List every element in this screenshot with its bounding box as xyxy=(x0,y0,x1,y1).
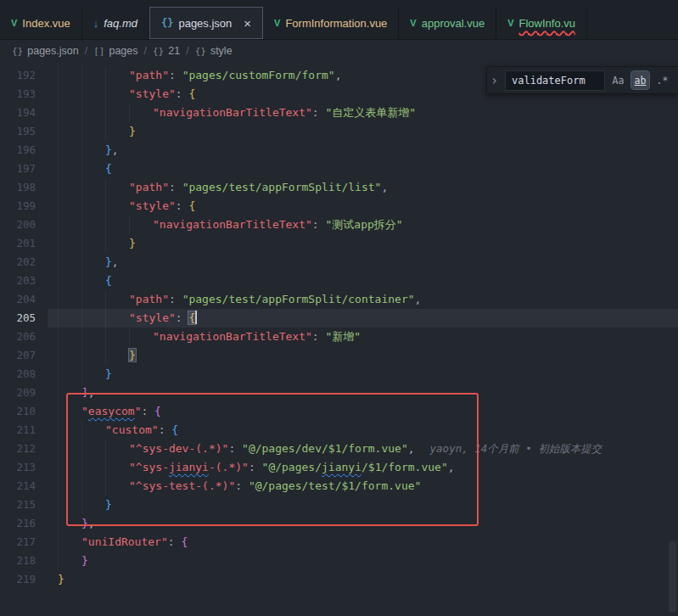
code-line-195[interactable]: 195} xyxy=(0,122,678,141)
indent-guide xyxy=(58,272,81,290)
line-number[interactable]: 197 xyxy=(0,160,36,178)
line-number[interactable]: 196 xyxy=(0,141,36,160)
indent-guide xyxy=(58,85,81,104)
code-line-196[interactable]: 196}, xyxy=(0,141,678,160)
line-number[interactable]: 205 xyxy=(0,309,36,328)
line-number[interactable]: 216 xyxy=(0,514,36,533)
code-line-207[interactable]: 207} xyxy=(0,346,678,365)
code-content: "style": { xyxy=(58,85,195,104)
line-number[interactable]: 195 xyxy=(0,122,36,141)
line-number[interactable]: 201 xyxy=(0,234,36,253)
tab-index-vue[interactable]: VIndex.vue xyxy=(0,7,82,39)
line-number[interactable]: 215 xyxy=(0,496,36,514)
regex-button[interactable]: .* xyxy=(653,71,671,89)
code-line-214[interactable]: 214"^sys-test-(.*)": "@/pages/test/$1/fo… xyxy=(0,477,678,496)
code-content: "path": "pages/customForm/form", xyxy=(58,66,341,85)
line-number[interactable]: 198 xyxy=(0,178,36,197)
tab-forminformation-vue[interactable]: VFormInformation.vue xyxy=(263,7,399,39)
match-case-button[interactable]: Aa xyxy=(609,71,627,89)
line-number[interactable]: 192 xyxy=(0,66,36,85)
code-line-205[interactable]: 205"style": { xyxy=(0,309,678,328)
code-line-200[interactable]: 200"navigationBarTitleText": "测试app拆分" xyxy=(0,216,678,234)
line-number[interactable]: 209 xyxy=(0,384,36,402)
line-number[interactable]: 208 xyxy=(0,365,36,384)
scrollbar-thumb[interactable] xyxy=(669,541,676,613)
find-input[interactable]: validateForm xyxy=(505,70,605,91)
vue-icon: V xyxy=(410,19,416,28)
indent-guide xyxy=(81,216,105,234)
code-line-202[interactable]: 202}, xyxy=(0,253,678,272)
code-line-216[interactable]: 216}, xyxy=(0,514,678,533)
code-content: "path": "pages/test/appFormSplit/contain… xyxy=(58,290,421,309)
code-line-201[interactable]: 201} xyxy=(0,234,678,253)
indent-guide xyxy=(58,365,81,384)
line-number[interactable]: 211 xyxy=(0,421,36,440)
code-content: "easycom": { xyxy=(58,402,161,421)
code-content: "^sys-jianyi-(.*)": "@/pages/jianyi/$1/f… xyxy=(58,458,455,477)
line-number[interactable]: 210 xyxy=(0,402,36,421)
chevron-expand-icon[interactable]: › xyxy=(490,73,501,88)
close-icon[interactable]: × xyxy=(244,17,251,30)
tab-label: FlowInfo.vu xyxy=(519,17,575,30)
code-line-209[interactable]: 209], xyxy=(0,384,678,402)
tab-label: FormInformation.vue xyxy=(285,17,387,30)
line-number[interactable]: 207 xyxy=(0,346,36,365)
line-number[interactable]: 218 xyxy=(0,552,36,570)
breadcrumb-item-style[interactable]: {}style xyxy=(195,45,233,57)
editor[interactable]: 192"path": "pages/customForm/form",193"s… xyxy=(0,61,678,616)
code-line-197[interactable]: 197{ xyxy=(0,160,678,178)
markdown-icon: ↓ xyxy=(93,18,99,29)
object-symbol-icon: {} xyxy=(195,46,206,57)
line-number[interactable]: 213 xyxy=(0,458,36,477)
code-content: "custom": { xyxy=(58,421,178,440)
line-number[interactable]: 194 xyxy=(0,104,36,122)
line-number[interactable]: 217 xyxy=(0,533,36,552)
line-number[interactable]: 206 xyxy=(0,328,36,346)
tab-faq-md[interactable]: ↓faq.md xyxy=(82,7,149,39)
indent-guide xyxy=(58,253,81,272)
breadcrumb-label: pages.json xyxy=(27,45,78,57)
code-line-208[interactable]: 208} xyxy=(0,365,678,384)
tab-flowinfo-vu[interactable]: VFlowInfo.vu xyxy=(496,7,587,39)
code-line-212[interactable]: 212"^sys-dev-(.*)": "@/pages/dev/$1/form… xyxy=(0,440,678,458)
code-line-199[interactable]: 199"style": { xyxy=(0,197,678,216)
code-line-210[interactable]: 210"easycom": { xyxy=(0,402,678,421)
indent-guide xyxy=(81,346,105,365)
git-blame-annotation: yaoyn, 14个月前 • 初始版本提交 xyxy=(430,442,602,455)
breadcrumb-item-pages[interactable]: []pages xyxy=(93,45,137,57)
indent-guide xyxy=(58,309,81,328)
indent-guide xyxy=(105,458,129,477)
line-number[interactable]: 212 xyxy=(0,440,36,458)
indent-guide xyxy=(58,552,81,570)
code-line-194[interactable]: 194"navigationBarTitleText": "自定义表单新增" xyxy=(0,104,678,122)
line-number[interactable]: 200 xyxy=(0,216,36,234)
indent-guide xyxy=(81,477,105,496)
whole-word-button[interactable]: ab xyxy=(631,71,649,89)
code-line-203[interactable]: 203{ xyxy=(0,272,678,290)
code-line-218[interactable]: 218} xyxy=(0,552,678,570)
line-number[interactable]: 214 xyxy=(0,477,36,496)
indent-guide xyxy=(81,365,105,384)
breadcrumb-item-pages-json[interactable]: {}pages.json xyxy=(12,45,79,57)
code-line-204[interactable]: 204"path": "pages/test/appFormSplit/cont… xyxy=(0,290,678,309)
indent-guide xyxy=(105,234,129,253)
breadcrumb-separator: / xyxy=(186,45,188,57)
line-number[interactable]: 199 xyxy=(0,197,36,216)
code-line-215[interactable]: 215} xyxy=(0,496,678,514)
tab-approval-vue[interactable]: Vapproval.vue xyxy=(399,7,496,39)
line-number[interactable]: 202 xyxy=(0,253,36,272)
breadcrumb-item-21[interactable]: {}21 xyxy=(153,45,180,57)
code-line-206[interactable]: 206"navigationBarTitleText": "新增" xyxy=(0,328,678,346)
code-line-213[interactable]: 213"^sys-jianyi-(.*)": "@/pages/jianyi/$… xyxy=(0,458,678,477)
code-line-211[interactable]: 211"custom": { xyxy=(0,421,678,440)
line-number[interactable]: 219 xyxy=(0,570,36,589)
code-lines: 192"path": "pages/customForm/form",193"s… xyxy=(0,61,678,589)
code-line-217[interactable]: 217"uniIdRouter": { xyxy=(0,533,678,552)
code-line-198[interactable]: 198"path": "pages/test/appFormSplit/list… xyxy=(0,178,678,197)
line-number[interactable]: 193 xyxy=(0,85,36,104)
line-number[interactable]: 204 xyxy=(0,290,36,309)
code-line-219[interactable]: 219} xyxy=(0,570,678,589)
json-file-icon: {} xyxy=(12,46,23,57)
tab-pages-json[interactable]: {}pages.json× xyxy=(149,7,263,39)
line-number[interactable]: 203 xyxy=(0,272,36,290)
